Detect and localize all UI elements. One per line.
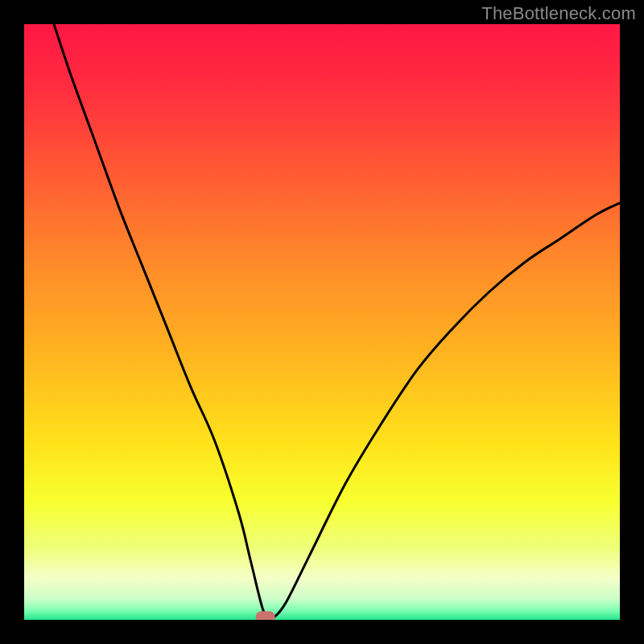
optimum-marker <box>256 611 275 620</box>
watermark-text: TheBottleneck.com <box>481 3 636 24</box>
chart-frame: TheBottleneck.com <box>0 0 644 644</box>
chart-svg <box>24 24 620 620</box>
plot-area <box>24 24 620 620</box>
